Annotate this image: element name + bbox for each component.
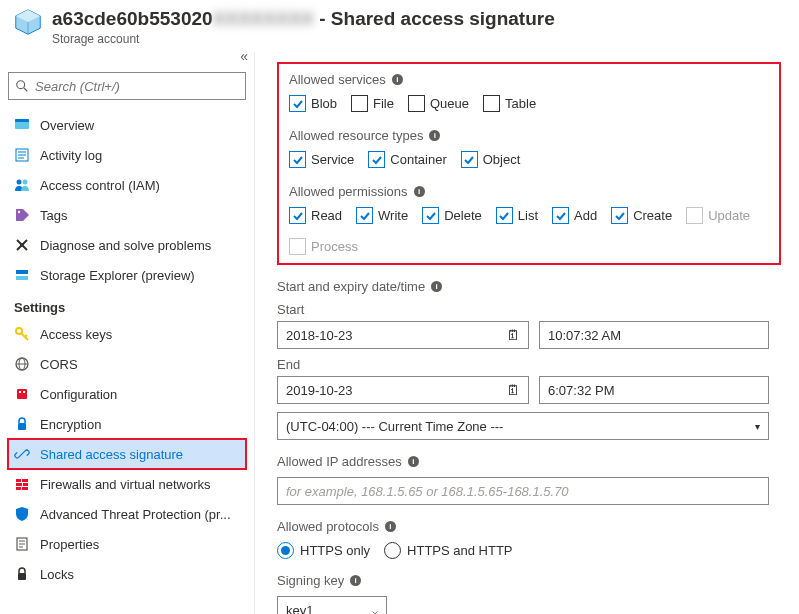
sidebar-item-properties[interactable]: Properties	[8, 529, 246, 559]
allowed-permissions-row: Read Write Delete List Add Create Update…	[289, 207, 769, 255]
end-time-input[interactable]: 6:07:32 PM	[539, 376, 769, 404]
allowed-services-row: Blob File Queue Table	[289, 95, 769, 112]
checkbox-write[interactable]: Write	[356, 207, 408, 224]
main-content: Allowed servicesi Blob File Queue Table …	[255, 52, 799, 614]
firewall-icon	[14, 476, 30, 492]
checkbox-add[interactable]: Add	[552, 207, 597, 224]
iam-icon	[14, 177, 30, 193]
calendar-icon: 🗓	[506, 327, 520, 343]
start-date-input[interactable]: 2018-10-23🗓	[277, 321, 529, 349]
svg-rect-26	[18, 423, 26, 430]
sidebar-item-activity-log[interactable]: Activity log	[8, 140, 246, 170]
collapse-sidebar-button[interactable]: «	[240, 48, 248, 64]
diagnose-icon	[14, 237, 30, 253]
svg-rect-15	[16, 270, 28, 274]
svg-rect-27	[16, 479, 21, 482]
sidebar-item-configuration[interactable]: Configuration	[8, 379, 246, 409]
page-title: a63cde60b553020XXXXXXXX - Shared access …	[52, 8, 555, 30]
sidebar-item-diagnose[interactable]: Diagnose and solve problems	[8, 230, 246, 260]
checkbox-process: Process	[289, 238, 358, 255]
svg-line-19	[25, 335, 27, 337]
tags-icon	[14, 207, 30, 223]
checkbox-service[interactable]: Service	[289, 151, 354, 168]
allowed-resource-types-row: Service Container Object	[289, 151, 769, 168]
info-icon[interactable]: i	[408, 456, 419, 467]
protocols-row: HTTPS only HTTPS and HTTP	[277, 542, 781, 559]
search-field[interactable]	[35, 79, 239, 94]
sidebar-item-sas[interactable]: Shared access signature	[8, 439, 246, 469]
page-header: a63cde60b553020XXXXXXXX - Shared access …	[0, 0, 799, 52]
storage-explorer-icon	[14, 267, 30, 283]
allowed-permissions-title: Allowed permissionsi	[289, 184, 769, 199]
sidebar-item-firewalls[interactable]: Firewalls and virtual networks	[8, 469, 246, 499]
checkbox-create[interactable]: Create	[611, 207, 672, 224]
svg-point-13	[18, 211, 20, 213]
timezone-select[interactable]: (UTC-04:00) --- Current Time Zone ---▾	[277, 412, 769, 440]
activity-log-icon	[14, 147, 30, 163]
svg-point-12	[23, 180, 28, 185]
svg-rect-32	[22, 487, 28, 490]
allowed-services-title: Allowed servicesi	[289, 72, 769, 87]
end-date-input[interactable]: 2019-10-23🗓	[277, 376, 529, 404]
checkbox-delete[interactable]: Delete	[422, 207, 482, 224]
radio-https-and-http[interactable]: HTTPS and HTTP	[384, 542, 512, 559]
sidebar-item-access-keys[interactable]: Access keys	[8, 319, 246, 349]
info-icon[interactable]: i	[385, 521, 396, 532]
info-icon[interactable]: i	[350, 575, 361, 586]
info-icon[interactable]: i	[414, 186, 425, 197]
checkbox-blob[interactable]: Blob	[289, 95, 337, 112]
datetime-title: Start and expiry date/timei	[277, 279, 781, 294]
checkbox-file[interactable]: File	[351, 95, 394, 112]
link-icon	[14, 446, 30, 462]
locks-icon	[14, 566, 30, 582]
svg-rect-24	[19, 391, 21, 393]
search-icon	[15, 79, 29, 93]
svg-rect-6	[15, 119, 29, 122]
checkbox-table[interactable]: Table	[483, 95, 536, 112]
svg-point-11	[17, 180, 22, 185]
sidebar-item-explorer[interactable]: Storage Explorer (preview)	[8, 260, 246, 290]
lock-icon	[14, 416, 30, 432]
ip-input[interactable]: for example, 168.1.5.65 or 168.1.5.65-16…	[277, 477, 769, 505]
shield-icon	[14, 506, 30, 522]
svg-point-3	[17, 81, 25, 89]
info-icon[interactable]: i	[392, 74, 403, 85]
signing-key-select[interactable]: key1⌵	[277, 596, 387, 614]
sidebar-item-locks[interactable]: Locks	[8, 559, 246, 589]
svg-rect-16	[16, 276, 28, 280]
checkbox-object[interactable]: Object	[461, 151, 521, 168]
search-input[interactable]	[8, 72, 246, 100]
checkbox-read[interactable]: Read	[289, 207, 342, 224]
sidebar-item-encryption[interactable]: Encryption	[8, 409, 246, 439]
info-icon[interactable]: i	[429, 130, 440, 141]
svg-rect-37	[18, 573, 26, 580]
overview-icon	[14, 117, 30, 133]
page-subtitle: Storage account	[52, 32, 555, 46]
protocols-title: Allowed protocolsi	[277, 519, 781, 534]
checkbox-update: Update	[686, 207, 750, 224]
start-label: Start	[277, 302, 781, 317]
svg-rect-29	[16, 483, 22, 486]
svg-rect-30	[23, 483, 28, 486]
checkbox-queue[interactable]: Queue	[408, 95, 469, 112]
start-time-input[interactable]: 10:07:32 AM	[539, 321, 769, 349]
sidebar-item-overview[interactable]: Overview	[8, 110, 246, 140]
radio-https-only[interactable]: HTTPS only	[277, 542, 370, 559]
sidebar-item-iam[interactable]: Access control (IAM)	[8, 170, 246, 200]
checkbox-container[interactable]: Container	[368, 151, 446, 168]
sidebar-section-settings: Settings	[8, 290, 246, 319]
sidebar-item-atp[interactable]: Advanced Threat Protection (pr...	[8, 499, 246, 529]
end-label: End	[277, 357, 781, 372]
highlighted-permissions-block: Allowed servicesi Blob File Queue Table …	[277, 62, 781, 265]
svg-rect-28	[22, 479, 28, 482]
key-icon	[14, 326, 30, 342]
svg-rect-23	[17, 389, 27, 399]
properties-icon	[14, 536, 30, 552]
info-icon[interactable]: i	[431, 281, 442, 292]
storage-icon	[14, 8, 42, 36]
signing-key-title: Signing keyi	[277, 573, 781, 588]
sidebar-item-tags[interactable]: Tags	[8, 200, 246, 230]
allowed-resource-types-title: Allowed resource typesi	[289, 128, 769, 143]
sidebar-item-cors[interactable]: CORS	[8, 349, 246, 379]
checkbox-list[interactable]: List	[496, 207, 538, 224]
